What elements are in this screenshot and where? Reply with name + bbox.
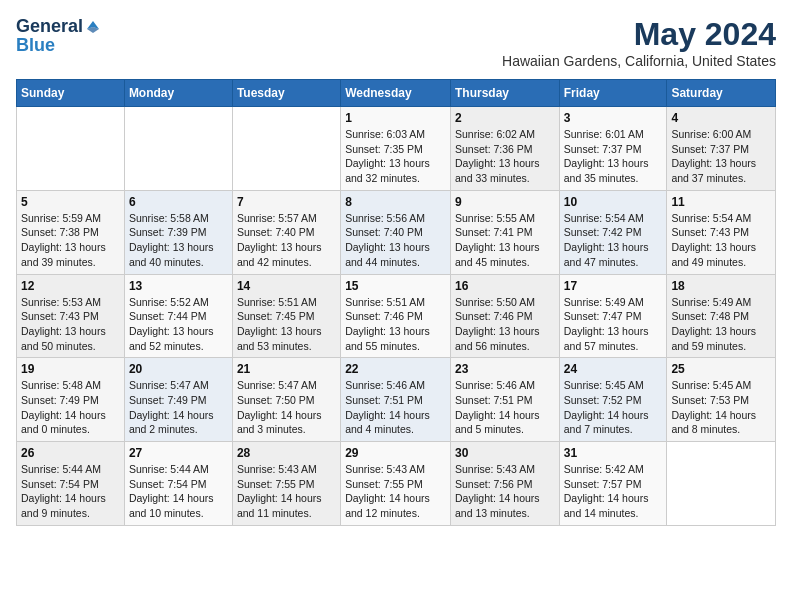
day-number: 18 <box>671 279 771 293</box>
day-info: Sunrise: 6:01 AM Sunset: 7:37 PM Dayligh… <box>564 127 663 186</box>
day-info: Sunrise: 5:43 AM Sunset: 7:55 PM Dayligh… <box>237 462 336 521</box>
calendar-cell: 11Sunrise: 5:54 AM Sunset: 7:43 PM Dayli… <box>667 190 776 274</box>
page-header: General Blue May 2024 Hawaiian Gardens, … <box>16 16 776 69</box>
calendar-cell: 13Sunrise: 5:52 AM Sunset: 7:44 PM Dayli… <box>124 274 232 358</box>
day-number: 27 <box>129 446 228 460</box>
day-info: Sunrise: 5:51 AM Sunset: 7:46 PM Dayligh… <box>345 295 446 354</box>
day-info: Sunrise: 5:48 AM Sunset: 7:49 PM Dayligh… <box>21 378 120 437</box>
day-info: Sunrise: 5:47 AM Sunset: 7:49 PM Dayligh… <box>129 378 228 437</box>
calendar-cell: 8Sunrise: 5:56 AM Sunset: 7:40 PM Daylig… <box>341 190 451 274</box>
day-info: Sunrise: 5:43 AM Sunset: 7:55 PM Dayligh… <box>345 462 446 521</box>
calendar-cell: 31Sunrise: 5:42 AM Sunset: 7:57 PM Dayli… <box>559 442 667 526</box>
day-info: Sunrise: 5:44 AM Sunset: 7:54 PM Dayligh… <box>129 462 228 521</box>
day-info: Sunrise: 5:53 AM Sunset: 7:43 PM Dayligh… <box>21 295 120 354</box>
calendar-table: SundayMondayTuesdayWednesdayThursdayFrid… <box>16 79 776 526</box>
calendar-cell <box>667 442 776 526</box>
day-number: 12 <box>21 279 120 293</box>
calendar-cell: 4Sunrise: 6:00 AM Sunset: 7:37 PM Daylig… <box>667 107 776 191</box>
day-info: Sunrise: 5:55 AM Sunset: 7:41 PM Dayligh… <box>455 211 555 270</box>
day-number: 19 <box>21 362 120 376</box>
day-info: Sunrise: 5:45 AM Sunset: 7:53 PM Dayligh… <box>671 378 771 437</box>
calendar-cell: 29Sunrise: 5:43 AM Sunset: 7:55 PM Dayli… <box>341 442 451 526</box>
day-number: 5 <box>21 195 120 209</box>
day-info: Sunrise: 6:02 AM Sunset: 7:36 PM Dayligh… <box>455 127 555 186</box>
day-number: 13 <box>129 279 228 293</box>
calendar-header-row: SundayMondayTuesdayWednesdayThursdayFrid… <box>17 80 776 107</box>
calendar-cell <box>124 107 232 191</box>
title-block: May 2024 Hawaiian Gardens, California, U… <box>502 16 776 69</box>
day-info: Sunrise: 5:46 AM Sunset: 7:51 PM Dayligh… <box>345 378 446 437</box>
calendar-cell: 6Sunrise: 5:58 AM Sunset: 7:39 PM Daylig… <box>124 190 232 274</box>
calendar-title: May 2024 <box>502 16 776 53</box>
day-header-sunday: Sunday <box>17 80 125 107</box>
day-info: Sunrise: 5:58 AM Sunset: 7:39 PM Dayligh… <box>129 211 228 270</box>
calendar-cell: 3Sunrise: 6:01 AM Sunset: 7:37 PM Daylig… <box>559 107 667 191</box>
day-number: 4 <box>671 111 771 125</box>
calendar-week-row: 5Sunrise: 5:59 AM Sunset: 7:38 PM Daylig… <box>17 190 776 274</box>
calendar-week-row: 12Sunrise: 5:53 AM Sunset: 7:43 PM Dayli… <box>17 274 776 358</box>
day-info: Sunrise: 5:43 AM Sunset: 7:56 PM Dayligh… <box>455 462 555 521</box>
day-info: Sunrise: 6:03 AM Sunset: 7:35 PM Dayligh… <box>345 127 446 186</box>
calendar-cell: 19Sunrise: 5:48 AM Sunset: 7:49 PM Dayli… <box>17 358 125 442</box>
calendar-cell: 2Sunrise: 6:02 AM Sunset: 7:36 PM Daylig… <box>450 107 559 191</box>
day-number: 28 <box>237 446 336 460</box>
day-number: 20 <box>129 362 228 376</box>
day-info: Sunrise: 5:46 AM Sunset: 7:51 PM Dayligh… <box>455 378 555 437</box>
day-header-thursday: Thursday <box>450 80 559 107</box>
day-info: Sunrise: 5:44 AM Sunset: 7:54 PM Dayligh… <box>21 462 120 521</box>
calendar-cell: 7Sunrise: 5:57 AM Sunset: 7:40 PM Daylig… <box>232 190 340 274</box>
day-number: 3 <box>564 111 663 125</box>
logo: General Blue <box>16 16 101 56</box>
day-info: Sunrise: 5:54 AM Sunset: 7:43 PM Dayligh… <box>671 211 771 270</box>
calendar-cell: 9Sunrise: 5:55 AM Sunset: 7:41 PM Daylig… <box>450 190 559 274</box>
day-number: 23 <box>455 362 555 376</box>
calendar-cell: 5Sunrise: 5:59 AM Sunset: 7:38 PM Daylig… <box>17 190 125 274</box>
day-info: Sunrise: 5:45 AM Sunset: 7:52 PM Dayligh… <box>564 378 663 437</box>
calendar-cell: 17Sunrise: 5:49 AM Sunset: 7:47 PM Dayli… <box>559 274 667 358</box>
calendar-week-row: 19Sunrise: 5:48 AM Sunset: 7:49 PM Dayli… <box>17 358 776 442</box>
day-number: 21 <box>237 362 336 376</box>
calendar-cell <box>17 107 125 191</box>
calendar-week-row: 26Sunrise: 5:44 AM Sunset: 7:54 PM Dayli… <box>17 442 776 526</box>
calendar-cell: 28Sunrise: 5:43 AM Sunset: 7:55 PM Dayli… <box>232 442 340 526</box>
day-number: 26 <box>21 446 120 460</box>
day-info: Sunrise: 5:54 AM Sunset: 7:42 PM Dayligh… <box>564 211 663 270</box>
calendar-cell: 25Sunrise: 5:45 AM Sunset: 7:53 PM Dayli… <box>667 358 776 442</box>
day-info: Sunrise: 5:49 AM Sunset: 7:47 PM Dayligh… <box>564 295 663 354</box>
day-number: 2 <box>455 111 555 125</box>
calendar-cell: 18Sunrise: 5:49 AM Sunset: 7:48 PM Dayli… <box>667 274 776 358</box>
calendar-cell: 14Sunrise: 5:51 AM Sunset: 7:45 PM Dayli… <box>232 274 340 358</box>
day-info: Sunrise: 5:52 AM Sunset: 7:44 PM Dayligh… <box>129 295 228 354</box>
calendar-cell: 27Sunrise: 5:44 AM Sunset: 7:54 PM Dayli… <box>124 442 232 526</box>
day-info: Sunrise: 5:47 AM Sunset: 7:50 PM Dayligh… <box>237 378 336 437</box>
day-info: Sunrise: 5:42 AM Sunset: 7:57 PM Dayligh… <box>564 462 663 521</box>
calendar-cell: 22Sunrise: 5:46 AM Sunset: 7:51 PM Dayli… <box>341 358 451 442</box>
day-info: Sunrise: 6:00 AM Sunset: 7:37 PM Dayligh… <box>671 127 771 186</box>
logo-general: General <box>16 16 83 37</box>
logo-icon <box>85 19 101 35</box>
day-info: Sunrise: 5:59 AM Sunset: 7:38 PM Dayligh… <box>21 211 120 270</box>
day-number: 22 <box>345 362 446 376</box>
day-info: Sunrise: 5:51 AM Sunset: 7:45 PM Dayligh… <box>237 295 336 354</box>
calendar-cell: 10Sunrise: 5:54 AM Sunset: 7:42 PM Dayli… <box>559 190 667 274</box>
day-info: Sunrise: 5:49 AM Sunset: 7:48 PM Dayligh… <box>671 295 771 354</box>
calendar-cell: 21Sunrise: 5:47 AM Sunset: 7:50 PM Dayli… <box>232 358 340 442</box>
calendar-week-row: 1Sunrise: 6:03 AM Sunset: 7:35 PM Daylig… <box>17 107 776 191</box>
calendar-cell: 16Sunrise: 5:50 AM Sunset: 7:46 PM Dayli… <box>450 274 559 358</box>
calendar-cell: 20Sunrise: 5:47 AM Sunset: 7:49 PM Dayli… <box>124 358 232 442</box>
calendar-cell: 12Sunrise: 5:53 AM Sunset: 7:43 PM Dayli… <box>17 274 125 358</box>
day-number: 8 <box>345 195 446 209</box>
day-header-monday: Monday <box>124 80 232 107</box>
calendar-cell: 15Sunrise: 5:51 AM Sunset: 7:46 PM Dayli… <box>341 274 451 358</box>
calendar-cell: 23Sunrise: 5:46 AM Sunset: 7:51 PM Dayli… <box>450 358 559 442</box>
calendar-cell: 30Sunrise: 5:43 AM Sunset: 7:56 PM Dayli… <box>450 442 559 526</box>
day-number: 24 <box>564 362 663 376</box>
day-number: 6 <box>129 195 228 209</box>
day-header-wednesday: Wednesday <box>341 80 451 107</box>
day-number: 9 <box>455 195 555 209</box>
day-info: Sunrise: 5:56 AM Sunset: 7:40 PM Dayligh… <box>345 211 446 270</box>
calendar-cell: 1Sunrise: 6:03 AM Sunset: 7:35 PM Daylig… <box>341 107 451 191</box>
day-number: 15 <box>345 279 446 293</box>
calendar-subtitle: Hawaiian Gardens, California, United Sta… <box>502 53 776 69</box>
day-number: 10 <box>564 195 663 209</box>
